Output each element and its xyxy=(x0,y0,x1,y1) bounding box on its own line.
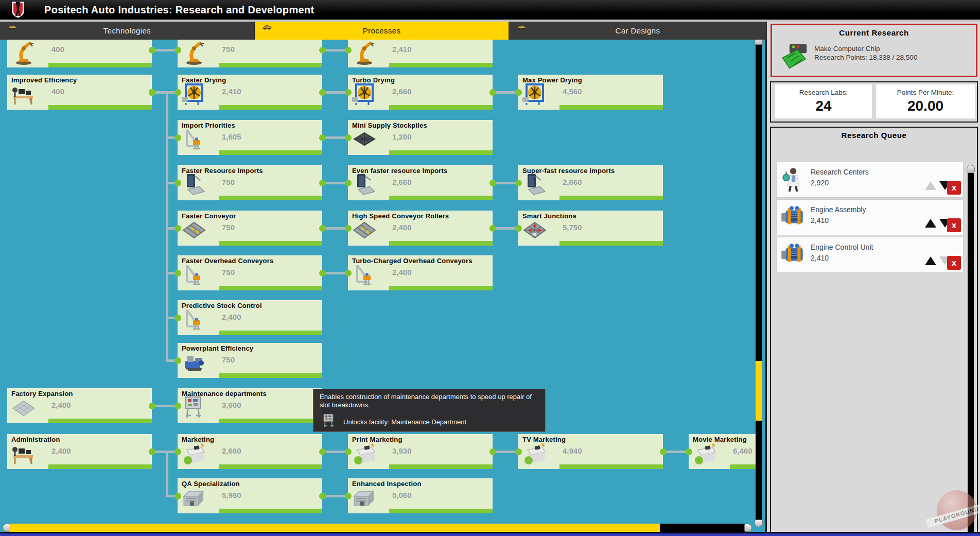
drying-fan-icon xyxy=(351,81,378,108)
connector-dot xyxy=(319,493,326,499)
node-progress-bar xyxy=(219,196,322,200)
connector-dot xyxy=(174,448,181,455)
research-node-improved-efficiency[interactable]: Improved Efficiency400 xyxy=(7,75,152,110)
tab-technologies[interactable]: Technologies xyxy=(0,22,255,40)
queue-item-engine-control-unit: Engine Control Unit2,410x xyxy=(776,237,964,273)
connector-dot xyxy=(174,357,181,364)
research-node-faster-drying[interactable]: Faster Drying2,410 xyxy=(178,75,322,110)
move-up-button[interactable] xyxy=(925,181,936,190)
tab-processes[interactable]: Processes xyxy=(255,22,509,40)
horizontal-scrollbar-thumb[interactable] xyxy=(8,524,660,532)
research-node-qa-specialization[interactable]: QA Specialization5,980 xyxy=(178,478,322,513)
research-node-enhanced-inspection[interactable]: Enhanced Inspection5,060 xyxy=(348,478,493,513)
connector-dot xyxy=(174,403,181,409)
floor-grid-icon xyxy=(10,395,37,422)
research-node-powerplant-efficiency[interactable]: Powerplant Efficiency750 xyxy=(178,343,322,378)
factory-icon xyxy=(351,485,378,512)
remove-from-queue-button[interactable]: x xyxy=(947,218,961,232)
tooltip: Enables construction of maintenance depa… xyxy=(313,389,546,432)
vertical-scrollbar-track[interactable] xyxy=(756,43,762,521)
tab-car-designs[interactable]: Car Designs xyxy=(509,22,767,40)
node-cost: 2,410 xyxy=(222,87,241,96)
research-node-turbo-drying[interactable]: Turbo Drying2,660 xyxy=(348,75,493,110)
connector-dot xyxy=(489,180,496,186)
research-node-super-fast-resource-imports[interactable]: Super-fast resource imports2,660 xyxy=(518,165,663,200)
gantry-crane-icon xyxy=(181,262,207,289)
engine-machine-icon xyxy=(779,203,807,231)
node-progress-bar xyxy=(389,63,493,67)
node-cost: 2,660 xyxy=(392,87,412,96)
node-progress-bar xyxy=(559,241,663,246)
research-node-faster-resource-imports[interactable]: Faster Resource Imports750 xyxy=(178,165,322,200)
scroll-left-button[interactable] xyxy=(3,524,10,532)
research-node-print-marketing[interactable]: Print Marketing3,930 xyxy=(348,434,493,469)
points-per-minute-value: 20.00 xyxy=(876,98,975,114)
sign-icon xyxy=(321,412,336,429)
node-cost: 2,400 xyxy=(222,313,241,321)
move-up-button[interactable] xyxy=(925,256,936,265)
conveyor-icon xyxy=(181,217,207,244)
connector-dot xyxy=(174,270,181,276)
research-node-faster-overhead-conveyors[interactable]: Faster Overhead Conveyors750 xyxy=(178,255,322,290)
research-node-max-power-drying[interactable]: Max Power Drying4,560 xyxy=(518,75,663,110)
node-cost: 750 xyxy=(222,223,235,232)
connector-dot xyxy=(489,225,496,232)
queue-item-cost: 2,410 xyxy=(811,254,829,262)
research-node-mini-supply-stockpiles[interactable]: Mini Supply Stockpiles1,200 xyxy=(348,120,493,155)
research-node-tv-marketing[interactable]: TV Marketing4,940 xyxy=(518,434,663,469)
connector-dot xyxy=(174,493,181,499)
window-title: Positech Auto Industries: Research and D… xyxy=(44,4,314,16)
research-node-movie-marketing[interactable]: Movie Marketing6,460 xyxy=(689,434,756,469)
points-per-minute-cell: Points Per Minute: 20.00 xyxy=(876,84,975,118)
research-node-smart-junctions[interactable]: Smart Junctions5,750 xyxy=(518,211,663,246)
marketing-desk-icon xyxy=(692,441,719,468)
research-node-factory-expansion[interactable]: Factory Expansion2,400 xyxy=(7,388,152,423)
office-desk-icon xyxy=(10,441,37,468)
research-node-even-faster-resource-imports[interactable]: Even faster resource Imports2,660 xyxy=(348,165,493,200)
stats-box: Research Labs: 24 Points Per Minute: 20.… xyxy=(770,81,978,123)
queue-item-cost: 2,920 xyxy=(811,179,829,187)
dependency-line xyxy=(322,227,348,230)
node-progress-bar xyxy=(730,464,756,469)
node-progress-bar xyxy=(48,63,152,67)
connector-dot xyxy=(489,448,496,455)
node-progress-bar xyxy=(48,419,152,423)
connector-dot xyxy=(149,448,155,455)
node-progress-bar xyxy=(219,419,322,423)
connector-dot xyxy=(345,225,352,232)
current-research-title: Current Research xyxy=(772,28,976,37)
research-node-high-speed-conveyor-rollers[interactable]: High Speed Conveyor Rollers2,400 xyxy=(348,211,493,246)
remove-from-queue-button[interactable]: x xyxy=(947,256,961,270)
gantry-crane-icon xyxy=(351,262,378,289)
remove-from-queue-button[interactable]: x xyxy=(947,181,961,195)
research-node-predictive-stock-control[interactable]: Predictive Stock Control2,400 xyxy=(178,300,322,335)
queue-scrollbar-track[interactable] xyxy=(968,173,974,536)
node-progress-bar xyxy=(389,464,493,469)
queue-scroll-up-button[interactable] xyxy=(967,165,975,172)
dependency-line xyxy=(322,182,348,184)
research-node-marketing[interactable]: Marketing2,660 xyxy=(178,434,322,469)
node-cost: 5,060 xyxy=(392,491,412,499)
research-node-maintenance-departments[interactable]: Maintenance departments3,600 xyxy=(178,388,322,423)
research-node-import-priorities[interactable]: Import Priorities1,605 xyxy=(178,120,322,155)
vertical-scrollbar-thumb[interactable] xyxy=(756,361,762,421)
node-cost: 2,660 xyxy=(222,446,241,455)
node-progress-bar xyxy=(389,286,493,290)
scientist-icon xyxy=(779,166,807,194)
node-cost: 400 xyxy=(51,87,64,96)
powerplant-icon xyxy=(181,350,207,376)
marketing-desk-icon xyxy=(351,441,378,468)
queue-item-engine-assembly: Engine Assembly2,410x xyxy=(776,199,964,235)
research-node-faster-conveyor[interactable]: Faster Conveyor750 xyxy=(178,211,322,246)
research-node-administration[interactable]: Administration2,400 xyxy=(7,434,152,469)
scroll-down-button[interactable] xyxy=(755,520,763,527)
node-cost: 3,930 xyxy=(392,446,412,455)
tooltip-text: Enables construction of maintenance depa… xyxy=(320,393,540,409)
move-up-button[interactable] xyxy=(925,219,936,228)
connector-dot xyxy=(319,270,326,276)
dependency-line xyxy=(322,495,348,497)
connector-dot xyxy=(319,89,326,96)
node-progress-bar xyxy=(48,464,152,469)
research-node-turbo-charged-overhead-conveyors[interactable]: Turbo-Charged Overhead Conveyors2,400 xyxy=(348,255,493,290)
application-window: 4007502,410Improved Efficiency400Faster … xyxy=(0,0,980,536)
